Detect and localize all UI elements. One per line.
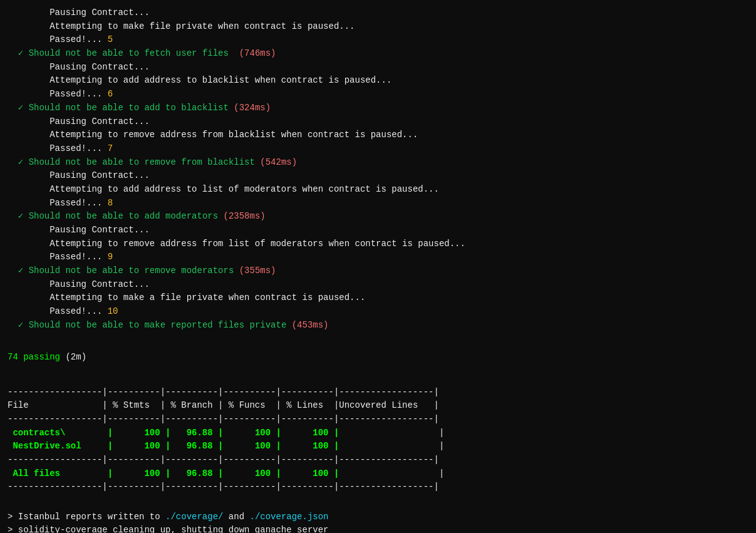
terminal-output: Pausing Contract... Attempting to make f… <box>0 0 756 533</box>
test-result-blacklist-remove: ✓ Should not be able to remove from blac… <box>8 156 748 170</box>
blank-line-1 <box>8 333 748 346</box>
line-passed-9: Passed!... 9 <box>8 251 748 264</box>
table-sep-mid: ------------------|----------|----------… <box>8 453 748 467</box>
table-sep-header: ------------------|----------|----------… <box>8 413 748 427</box>
line-pausing-4: Pausing Contract... <box>8 169 748 183</box>
passing-count: 74 passing <box>8 352 60 362</box>
line-pausing-1: Pausing Contract... <box>8 6 748 20</box>
line-pausing-2: Pausing Contract... <box>8 61 748 75</box>
passing-summary: 74 passing (2m) <box>8 351 748 365</box>
test-result-fetch-user: ✓ Should not be able to fetch user files… <box>8 47 748 61</box>
test-result-blacklist-add: ✓ Should not be able to add to blacklist… <box>8 101 748 115</box>
table-sep-top: ------------------|----------|----------… <box>8 386 748 400</box>
line-attempt-blacklist-remove: Attempting to remove address from blackl… <box>8 128 748 142</box>
line-pausing-5: Pausing Contract... <box>8 224 748 237</box>
line-attempt-private-1: Attempting to make file private when con… <box>8 20 748 34</box>
line-attempt-file-private: Attempting to make a file private when c… <box>8 291 748 305</box>
line-attempt-blacklist-add: Attempting to add address to blacklist w… <box>8 74 748 88</box>
line-passed-10: Passed!... 10 <box>8 305 748 319</box>
table-header-row: File | % Stmts | % Branch | % Funcs | % … <box>8 399 748 413</box>
table-row-contracts: contracts\ | 100 | 96.88 | 100 | 100 | | <box>8 427 748 440</box>
line-passed-8: Passed!... 8 <box>8 197 748 210</box>
passing-time: (2m) <box>65 352 86 362</box>
table-row-nestdrive: NestDrive.sol | 100 | 96.88 | 100 | 100 … <box>8 440 748 453</box>
table-sep-bottom: ------------------|----------|----------… <box>8 480 748 494</box>
line-pausing-3: Pausing Contract... <box>8 115 748 129</box>
test-result-reported-private: ✓ Should not be able to make reported fi… <box>8 319 748 333</box>
footer-solidity: > solidity-coverage cleaning up, shuttin… <box>8 524 748 533</box>
line-pausing-6: Pausing Contract... <box>8 278 748 292</box>
blank-line-3 <box>8 497 748 510</box>
test-result-moderators-add: ✓ Should not be able to add moderators (… <box>8 210 748 224</box>
footer-istanbul: > Istanbul reports written to ./coverage… <box>8 510 748 524</box>
table-row-allfiles: All files | 100 | 96.88 | 100 | 100 | | <box>8 467 748 481</box>
line-passed-7: Passed!... 7 <box>8 142 748 156</box>
line-passed-6: Passed!... 6 <box>8 88 748 101</box>
test-result-moderators-remove: ✓ Should not be able to remove moderator… <box>8 264 748 278</box>
coverage-table: ------------------|----------|----------… <box>8 386 748 495</box>
line-passed-5: Passed!... 5 <box>8 33 748 47</box>
line-attempt-moderators-add: Attempting to add address to list of mod… <box>8 183 748 197</box>
blank-line-2 <box>8 370 748 383</box>
line-attempt-moderators-remove: Attempting to remove address from list o… <box>8 237 748 251</box>
